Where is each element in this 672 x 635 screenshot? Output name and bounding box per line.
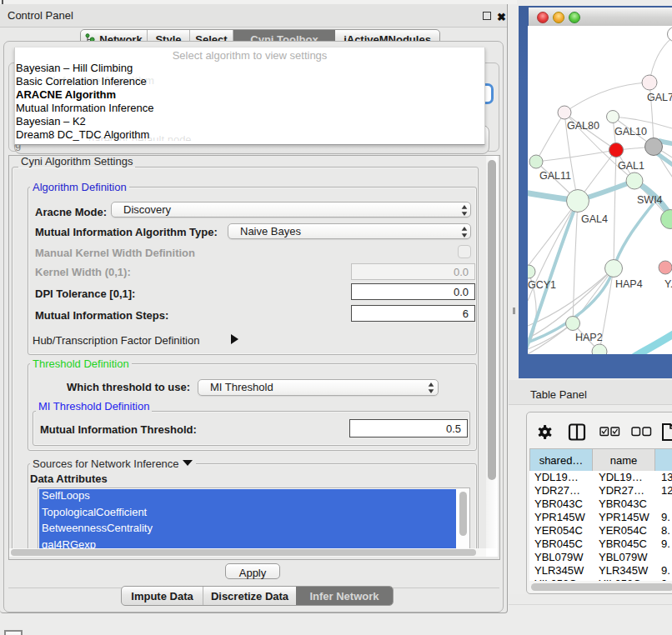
svg-text:GCY1: GCY1: [528, 279, 556, 291]
svg-text:HAP4: HAP4: [615, 278, 643, 290]
svg-text:GAL11: GAL11: [539, 170, 571, 182]
svg-text:Y.: Y.: [664, 278, 672, 290]
svg-text:GAL7: GAL7: [647, 92, 672, 103]
svg-text:SWI4: SWI4: [637, 194, 663, 206]
svg-text:GAL1: GAL1: [618, 160, 644, 172]
svg-text:GAL10: GAL10: [614, 126, 647, 138]
svg-text:GAL80: GAL80: [567, 120, 599, 132]
svg-text:GAL4: GAL4: [581, 213, 608, 225]
svg-text:HAP2: HAP2: [575, 332, 603, 343]
